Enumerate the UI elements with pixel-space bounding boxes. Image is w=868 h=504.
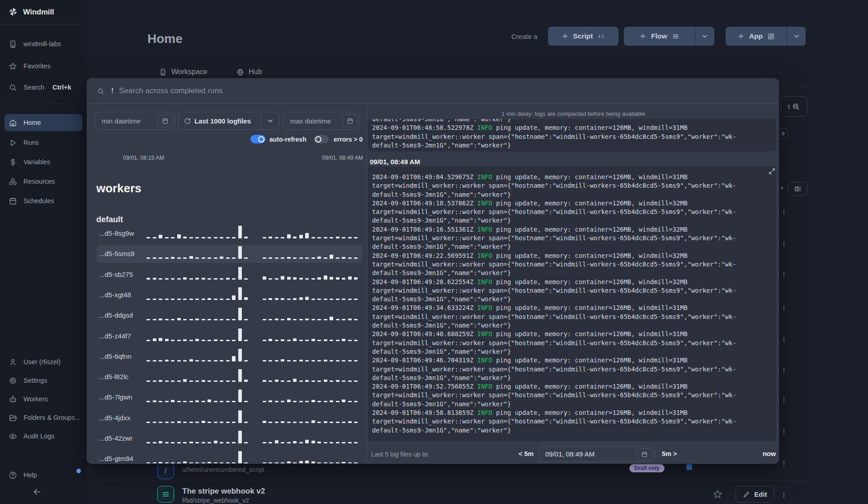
spark-bar — [171, 340, 175, 341]
sidebar-item-home[interactable]: Home — [5, 114, 82, 131]
clipped-button-fragment[interactable]: e — [779, 128, 788, 138]
worker-row-d5-42zwr[interactable]: ...d5-42zwr — [97, 429, 362, 447]
worker-row-d5-6qfnn[interactable]: ...d5-6qfnn — [97, 347, 362, 366]
forward-5m-button[interactable]: 5m > — [662, 450, 677, 457]
spark-bar — [299, 461, 303, 464]
spark-bar — [146, 257, 150, 259]
spark-bar — [287, 257, 291, 259]
spark-bar — [195, 380, 199, 382]
refresh-icon — [184, 118, 191, 124]
log-scrollback-block[interactable]: default-5sms9-Jmn1G","name":"worker"}202… — [368, 119, 776, 152]
expand-icon — [769, 168, 775, 175]
kebab-menu-icon[interactable] — [780, 334, 788, 345]
spark-bar — [330, 360, 333, 361]
spark-bar — [342, 339, 345, 341]
sidebar-item-audit-logs[interactable]: Audit Logs — [5, 428, 82, 445]
worker-row-d5-ddgsd[interactable]: ...d5-ddgsd — [97, 306, 362, 324]
sidebar-item-runs[interactable]: Runs — [5, 134, 82, 151]
tab-workspace[interactable]: Workspace — [159, 68, 208, 76]
item-title[interactable]: The stripe webhook v2 — [182, 487, 265, 496]
log-entries-block[interactable]: 2024-09-01T06:49:04.529675Z INFO ping up… — [368, 166, 776, 441]
sidebar-item-schedules[interactable]: Schedules — [5, 192, 82, 209]
range-start: 09/01, 08:15 AM — [123, 155, 164, 161]
spark-bar — [263, 340, 266, 341]
kebab-menu-icon[interactable] — [780, 303, 788, 314]
worker-row-d5-sb275[interactable]: ...d5-sb275 — [97, 266, 362, 284]
spark-bar — [336, 340, 340, 341]
log-level: INFO — [477, 226, 492, 233]
spark-bar — [202, 257, 205, 259]
spark-bar — [348, 299, 352, 300]
worker-row-d5-z44f7[interactable]: ...d5-z44f7 — [97, 327, 362, 345]
now-button[interactable]: now — [763, 450, 776, 457]
kebab-menu-icon[interactable] — [780, 427, 788, 437]
sidebar-collapse-button[interactable] — [32, 487, 42, 498]
sidebar-item-user-rfiszel[interactable]: User (rfiszel) — [5, 353, 82, 371]
min-datetime-calendar-button[interactable] — [157, 114, 173, 127]
sidebar-item-windmill-labs[interactable]: windmill-labs — [5, 35, 82, 52]
log-section-label: 09/01, 08:49 AM — [370, 158, 420, 166]
back-5m-button[interactable]: < 5m — [519, 450, 533, 457]
search-runs-button[interactable]: t — [781, 96, 807, 117]
create-flow-dropdown[interactable] — [695, 27, 714, 46]
favorite-star-icon[interactable] — [712, 489, 723, 499]
create-script-button[interactable]: Script — [548, 27, 618, 46]
kebab-menu-icon[interactable] — [780, 459, 788, 470]
create-flow-button[interactable]: Flow — [624, 27, 695, 46]
sidebar-item-favorites[interactable]: Favorites — [5, 57, 82, 75]
spark-bar — [293, 379, 297, 382]
kebab-menu-icon[interactable] — [780, 395, 788, 406]
spark-bar — [244, 278, 248, 280]
sidebar-item-label: Favorites — [24, 62, 51, 70]
expand-icon[interactable] — [769, 168, 775, 175]
kebab-menu-icon[interactable] — [780, 366, 788, 376]
spark-bar — [244, 462, 248, 464]
log-line: 2024-09-01T06:49:28.622554Z INFO ping up… — [368, 278, 776, 286]
spark-bar — [244, 380, 248, 382]
spark-bar — [232, 278, 236, 280]
create-app-dropdown[interactable] — [787, 27, 806, 46]
spark-bar — [177, 278, 181, 280]
spark-bar — [299, 380, 303, 382]
sidebar-item-settings[interactable]: Settings — [5, 372, 82, 389]
worker-row-d5-l82lc[interactable]: ...d5-l82lc — [97, 368, 362, 386]
worker-row-d5-8sg9w[interactable]: ...d5-8sg9w — [97, 224, 362, 242]
auto-refresh-toggle[interactable] — [250, 135, 265, 143]
sidebar-item-label: Home — [24, 119, 41, 126]
kebab-menu-icon[interactable] — [780, 239, 788, 250]
spark-bar — [299, 278, 303, 280]
kebab-menu-icon[interactable] — [780, 208, 788, 219]
logfiles-dropdown[interactable]: Last 1000 logfiles — [178, 112, 279, 130]
worker-row-d5-4jdxx[interactable]: ...d5-4jdxx — [97, 409, 362, 427]
kebab-menu-icon[interactable] — [780, 270, 788, 281]
windmill-brand[interactable]: Windmill — [8, 7, 54, 17]
spark-bar — [177, 257, 181, 259]
sidebar-item-workers[interactable]: Workers — [5, 390, 82, 408]
errors-toggle[interactable] — [314, 135, 329, 143]
spark-bar — [195, 339, 199, 341]
sidebar-item-help[interactable]: Help — [5, 466, 82, 484]
spark-bar — [153, 338, 156, 341]
log-datetime-calendar-button[interactable] — [636, 448, 653, 460]
max-datetime-calendar-button[interactable] — [342, 114, 358, 127]
filter-settings-button[interactable] — [788, 182, 807, 196]
worker-sparkline — [146, 328, 360, 341]
spark-bar — [214, 257, 217, 259]
worker-row-d5-5sms9[interactable]: ...d5-5sms9 — [97, 245, 362, 263]
spark-bar — [153, 278, 156, 280]
sidebar-item-resources[interactable]: Resources — [5, 173, 82, 190]
chevron-down-icon[interactable] — [266, 117, 274, 125]
kebab-menu-icon[interactable] — [780, 490, 788, 501]
spark-bar — [299, 319, 303, 320]
worker-row-d5-xgt48[interactable]: ...d5-xgt48 — [97, 286, 362, 304]
edit-button[interactable]: Edit — [736, 486, 774, 503]
sidebar-item-search[interactable]: SearchCtrl+k — [5, 79, 82, 96]
create-app-button[interactable]: App — [726, 27, 787, 46]
spark-bar — [153, 422, 156, 423]
worker-row-d5-7lgwn[interactable]: ...d5-7lgwn — [97, 388, 362, 406]
sidebar-item-variables[interactable]: Variables — [5, 153, 82, 171]
sidebar-item-folders-groups[interactable]: Folders & Groups... — [5, 409, 82, 426]
worker-row-d5-gtm94[interactable]: ...d5-gtm94 — [97, 450, 362, 464]
search-input[interactable] — [119, 86, 526, 95]
tab-hub[interactable]: Hub — [236, 68, 262, 76]
